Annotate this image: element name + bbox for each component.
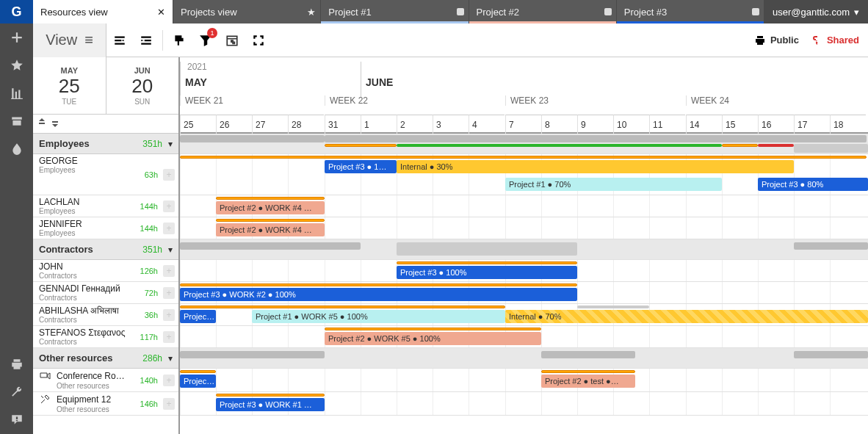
group-contractors[interactable]: Contractors 351h ▾ xyxy=(33,239,178,260)
day-label: 28 xyxy=(288,115,324,134)
gantt-row-stefanos[interactable]: Project #2 ● WORK #5 ● 100% xyxy=(180,326,868,348)
tab-projects-view[interactable]: Projects view ★ xyxy=(173,0,320,23)
add-icon[interactable]: + xyxy=(163,331,175,343)
week-label: WEEK 21 xyxy=(180,95,223,106)
task-bar[interactable]: Project #3 ● 100% xyxy=(397,266,577,279)
task-bar[interactable]: Project #3 ● WORK #1 … xyxy=(216,398,325,411)
day-label: 16 xyxy=(758,115,794,134)
indent-right-icon[interactable] xyxy=(133,23,159,57)
indent-left-icon[interactable] xyxy=(106,23,133,57)
task-bar[interactable]: Internal ● 30% xyxy=(397,160,794,173)
resource-gennadi[interactable]: GENNADI Геннадий Contractors 72h + xyxy=(33,282,178,304)
resource-conference-room[interactable]: Conference Ro… Other resources 140h + xyxy=(33,369,178,392)
day-label: 17 xyxy=(794,115,830,134)
task-bar[interactable]: Projec… xyxy=(180,310,216,323)
print-icon[interactable] xyxy=(0,350,33,378)
add-icon[interactable] xyxy=(0,23,33,51)
gantt-row-john[interactable]: Project #3 ● 100% xyxy=(180,260,868,282)
gantt-row-conference[interactable]: Projec… Project #2 ● test ●… xyxy=(180,369,868,392)
chart-icon[interactable] xyxy=(0,79,33,107)
task-bar[interactable]: Project #3 ● WORK #2 ● 100% xyxy=(180,288,577,301)
load-bar xyxy=(325,328,541,330)
add-icon[interactable]: + xyxy=(163,309,175,321)
timeline[interactable]: 2021 MAYJUNE WEEK 21WEEK 22WEEK 23WEEK 2… xyxy=(180,57,868,434)
task-bar[interactable]: Projec… xyxy=(180,375,216,388)
close-icon[interactable]: ✕ xyxy=(157,7,165,18)
add-icon[interactable]: + xyxy=(163,200,175,212)
task-bar[interactable]: Project #1 ● WORK #5 ● 100% xyxy=(252,310,505,323)
load-bar xyxy=(180,370,216,373)
task-bar[interactable]: Project #1 ● 70% xyxy=(505,178,722,191)
view-menu-button[interactable]: View ≡ xyxy=(33,23,106,57)
help-icon[interactable] xyxy=(0,406,33,434)
add-icon[interactable]: + xyxy=(163,398,175,410)
sort-down-icon[interactable] xyxy=(51,118,59,129)
task-bar[interactable]: Project #3 ● 80% xyxy=(758,178,868,191)
date-end[interactable]: JUN 20 SUN xyxy=(106,57,179,114)
tab-label: Project #2 xyxy=(477,7,520,18)
gantt-row-george[interactable]: Project #3 ● 1… Internal ● 30% Project #… xyxy=(180,154,868,195)
add-icon[interactable]: + xyxy=(163,375,175,386)
resource-lachlan[interactable]: LACHLAN Employees 144h + xyxy=(33,195,178,217)
chevron-down-icon[interactable]: ▾ xyxy=(168,139,173,149)
resource-equipment-12[interactable]: Equipment 12 Other resources 146h + xyxy=(33,392,178,416)
day-label: 4 xyxy=(469,115,504,134)
public-toggle[interactable]: Public xyxy=(754,35,799,46)
gantt-row-gennadi[interactable]: Project #3 ● WORK #2 ● 100% xyxy=(180,282,868,304)
archive-icon[interactable] xyxy=(0,107,33,135)
gantt-row-abhilasha[interactable]: Projec… Project #1 ● WORK #5 ● 100% Inte… xyxy=(180,304,868,326)
star-icon[interactable]: ★ xyxy=(307,7,316,18)
summary-bar xyxy=(325,135,867,142)
date-range[interactable]: MAY 25 TUE JUN 20 SUN xyxy=(33,57,178,115)
group-other[interactable]: Other resources 286h ▾ xyxy=(33,348,178,369)
wrench-icon[interactable] xyxy=(0,378,33,406)
task-bar[interactable]: Project #2 ● WORK #4 … xyxy=(216,201,325,214)
drop-icon[interactable] xyxy=(0,135,33,163)
day-label: 8 xyxy=(541,115,577,134)
gantt-row-equipment[interactable]: Project #3 ● WORK #1 … xyxy=(180,392,868,416)
add-icon[interactable]: + xyxy=(163,287,175,299)
group-employees[interactable]: Employees 351h ▾ xyxy=(33,134,178,154)
tab-resources-view[interactable]: Resources view ✕ xyxy=(33,0,173,23)
filter-icon[interactable]: 1 xyxy=(192,23,219,57)
paint-icon[interactable] xyxy=(166,23,192,57)
load-bar xyxy=(180,283,577,286)
add-icon[interactable]: + xyxy=(163,223,175,234)
shared-toggle[interactable]: Shared xyxy=(811,35,859,46)
resource-john[interactable]: JOHN Contractors 126h + xyxy=(33,260,178,282)
gantt-row-jennifer[interactable]: Project #2 ● WORK #4 … xyxy=(180,217,868,239)
task-bar[interactable]: Project #2 ● test ●… xyxy=(541,375,635,388)
calendar-add-icon[interactable] xyxy=(219,23,245,57)
user-menu[interactable]: user@ganttic.com ▾ xyxy=(764,0,868,23)
sort-up-icon[interactable] xyxy=(37,118,46,129)
chevron-down-icon: ▾ xyxy=(854,7,859,18)
tab-bar: Resources view ✕ Projects view ★ Project… xyxy=(33,0,868,23)
logo[interactable]: G xyxy=(0,0,33,23)
add-icon[interactable]: + xyxy=(163,265,175,277)
resource-george[interactable]: GEORGE Employees 63h + xyxy=(33,154,178,195)
tab-project-1[interactable]: Project #1 xyxy=(320,0,468,23)
task-bar[interactable]: Project #3 ● 1… xyxy=(325,160,397,173)
chevron-down-icon[interactable]: ▾ xyxy=(168,245,173,255)
resource-jennifer[interactable]: JENNIFER Employees 144h + xyxy=(33,217,178,239)
tools-icon xyxy=(39,394,54,405)
timeline-body[interactable]: Project #3 ● 1… Internal ● 30% Project #… xyxy=(180,134,868,416)
tab-label: Project #1 xyxy=(328,7,372,18)
menu-icon: ≡ xyxy=(84,32,93,48)
task-bar[interactable]: Internal ● 70% xyxy=(505,310,868,323)
color-dot xyxy=(752,8,759,15)
task-bar[interactable]: Project #2 ● WORK #5 ● 100% xyxy=(325,332,541,345)
color-dot xyxy=(457,8,464,15)
chevron-down-icon[interactable]: ▾ xyxy=(168,353,173,364)
public-label: Public xyxy=(770,35,799,46)
gantt-row-lachlan[interactable]: Project #2 ● WORK #4 … xyxy=(180,195,868,217)
resource-abhilasha[interactable]: ABHILASHA अभिलाषा Contractors 36h + xyxy=(33,304,178,326)
tab-project-2[interactable]: Project #2 xyxy=(469,0,616,23)
star-icon[interactable] xyxy=(0,51,33,79)
task-bar[interactable]: Project #2 ● WORK #4 … xyxy=(216,223,325,236)
tab-project-3[interactable]: Project #3 xyxy=(616,0,764,23)
add-icon[interactable]: + xyxy=(163,169,175,181)
fullscreen-icon[interactable] xyxy=(245,23,272,57)
date-start[interactable]: MAY 25 TUE xyxy=(33,57,106,114)
resource-stefanos[interactable]: STEFANOS Στεφανος Contractors 117h + xyxy=(33,326,178,348)
